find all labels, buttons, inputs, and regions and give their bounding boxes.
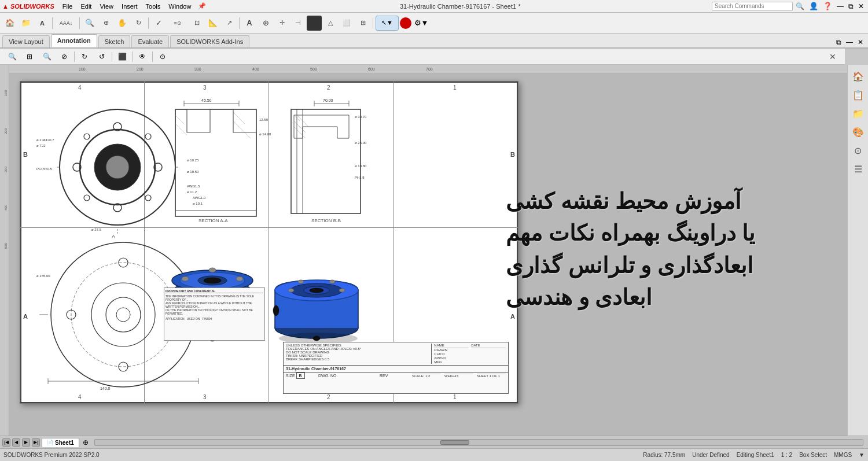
pan-btn[interactable]: ✋	[115, 16, 130, 31]
svg-point-78	[209, 268, 216, 272]
tab-evaluate[interactable]: Evaluate	[131, 35, 169, 47]
minimize-icon[interactable]: —	[835, 2, 845, 10]
search-input[interactable]	[712, 2, 793, 11]
red-circle-btn[interactable]	[400, 17, 411, 29]
rect-btn[interactable]: ⬜	[339, 16, 354, 31]
account-icon[interactable]: 👤	[807, 2, 820, 10]
table-btn[interactable]: ⊞	[355, 16, 370, 31]
text-btn[interactable]: A	[35, 16, 50, 31]
col-label-4: 4	[78, 84, 82, 91]
sheet-nav-next[interactable]: ▶	[22, 438, 30, 447]
pin-icon[interactable]: 📌	[196, 1, 208, 11]
close-icon[interactable]: ✕	[856, 2, 866, 10]
sheet-tab-sheet1[interactable]: 📄 Sheet1	[42, 438, 79, 447]
rotate-view-btn[interactable]: ↻	[77, 50, 92, 63]
zoom-fit-btn[interactable]: ⊞	[22, 50, 37, 63]
sidebar-folder-icon[interactable]: 📁	[850, 105, 866, 121]
drawing-canvas[interactable]: 100 200 300 400 500 600 700 4 3	[9, 65, 847, 436]
tab-sketch[interactable]: Sketch	[98, 35, 131, 47]
move-btn[interactable]: ✛	[274, 16, 289, 31]
search-btn2[interactable]: 🔍	[82, 16, 97, 31]
svg-line-25	[294, 127, 306, 138]
gear-btn[interactable]: ⚙▼	[413, 16, 430, 31]
sheet-nav-first[interactable]: |◀	[2, 438, 10, 447]
black-btn[interactable]	[307, 16, 322, 31]
svg-point-11	[145, 195, 151, 201]
zoom-window-btn[interactable]: 🔍	[5, 50, 20, 63]
menu-edit[interactable]: Edit	[77, 2, 95, 11]
svg-point-77	[204, 278, 221, 283]
menu-tools[interactable]: Tools	[142, 2, 164, 11]
window-min-icon[interactable]: —	[844, 37, 855, 47]
search-icon[interactable]: 🔍	[794, 2, 806, 10]
new-btn[interactable]: 🏠	[2, 16, 17, 31]
svg-text:ø 11.2: ø 11.2	[187, 190, 197, 194]
svg-point-57	[106, 297, 141, 332]
svg-text:PH1.8: PH1.8	[355, 176, 365, 179]
col-label-1: 1	[453, 84, 457, 91]
open-btn[interactable]: 📁	[19, 16, 34, 31]
h-scrollbar[interactable]	[94, 439, 863, 446]
A-btn[interactable]: A	[242, 16, 257, 31]
window-close-icon[interactable]: ✕	[855, 37, 866, 47]
sidebar-home-icon[interactable]: 🏠	[850, 68, 866, 84]
window-restore-icon[interactable]: ⧉	[834, 37, 844, 47]
svg-text:ø 18.80: ø 18.80	[355, 164, 367, 168]
svg-point-79	[182, 276, 189, 281]
svg-text:PCI.5×0.5: PCI.5×0.5	[36, 167, 53, 171]
restore-icon[interactable]: ⧉	[847, 2, 855, 10]
svg-text:SECTION B-B: SECTION B-B	[311, 218, 341, 223]
properties-box: PROPRIETARY AND CONFIDENTIAL THE INFORMA…	[164, 287, 265, 341]
svg-text:A: A	[112, 234, 115, 239]
sphere-btn[interactable]: ⊙	[155, 50, 170, 63]
display1-btn[interactable]: ⬛	[115, 50, 130, 63]
persian-line-4: ابعادی و هندسی	[506, 283, 652, 312]
snap-btn[interactable]: ⊡	[189, 16, 204, 31]
sidebar-layers-icon[interactable]: 📋	[850, 87, 866, 103]
h-scrollbar-thumb[interactable]	[440, 440, 469, 445]
eye-btn[interactable]: 👁	[135, 50, 150, 63]
sidebar-target-icon[interactable]: ⊙	[850, 142, 866, 158]
menu-insert[interactable]: Insert	[118, 2, 141, 11]
menu-window[interactable]: Window	[165, 2, 194, 11]
svg-line-40	[233, 121, 251, 138]
sheet-tab-add-icon[interactable]: ⊕	[81, 438, 90, 447]
menu-bar: ▲ SOLIDWORKS File Edit View Insert Tools…	[0, 0, 868, 13]
menu-file[interactable]: File	[59, 2, 76, 11]
sheet-nav-prev[interactable]: ◀	[12, 438, 20, 447]
tri-btn[interactable]: △	[323, 16, 338, 31]
sidebar-color-icon[interactable]: 🎨	[850, 124, 866, 140]
zoom-prev-btn[interactable]: ⊘	[57, 50, 72, 63]
col-label-2: 2	[327, 84, 330, 91]
dim-btn[interactable]: ≡⊙	[167, 16, 188, 31]
leader-btn[interactable]: ↗	[222, 16, 237, 31]
svg-text:AWG1.0: AWG1.0	[193, 196, 206, 200]
svg-text:ø 155.00: ø 155.00	[36, 274, 50, 278]
select-btn[interactable]: ↖▼	[376, 16, 399, 31]
svg-point-58	[116, 308, 130, 322]
sheet-nav-last[interactable]: ▶|	[32, 438, 40, 447]
sidebar-menu-icon[interactable]: ☰	[850, 161, 866, 177]
svg-text:ø 27.5: ø 27.5	[91, 228, 102, 231]
rotate-cw-btn[interactable]: ↺	[94, 50, 109, 63]
zoom-out-btn[interactable]: 🔍	[39, 50, 54, 63]
ribbon-tabs: View Layout Annotation Sketch Evaluate S…	[0, 34, 868, 49]
sym-btn[interactable]: ⊣	[290, 16, 306, 31]
help-icon[interactable]: ❓	[821, 2, 834, 10]
ref-btn[interactable]: 📐	[205, 16, 220, 31]
tab-annotation[interactable]: Annotation	[51, 34, 97, 47]
zoom-btn[interactable]: ⊕	[98, 16, 113, 31]
panel-close-btn[interactable]: ✕	[825, 50, 840, 63]
svg-text:ø 14.00: ø 14.00	[259, 132, 271, 136]
tab-addins[interactable]: SOLIDWORKS Add-Ins	[170, 35, 249, 47]
tab-view-layout[interactable]: View Layout	[2, 35, 50, 47]
rotate-btn[interactable]: ↻	[131, 16, 146, 31]
font-btn[interactable]: AAA↓	[55, 16, 77, 31]
sheet-tabs-row: |◀ ◀ ▶ ▶| 📄 Sheet1 ⊕	[0, 436, 868, 448]
plus-btn[interactable]: ⊕	[258, 16, 273, 31]
svg-point-10	[84, 195, 90, 201]
menu-view[interactable]: View	[96, 2, 117, 11]
rebuild-btn[interactable]: ✓	[151, 16, 166, 31]
status-units-arrow[interactable]: ▼	[859, 452, 865, 458]
svg-text:ø 10.25: ø 10.25	[187, 158, 199, 162]
